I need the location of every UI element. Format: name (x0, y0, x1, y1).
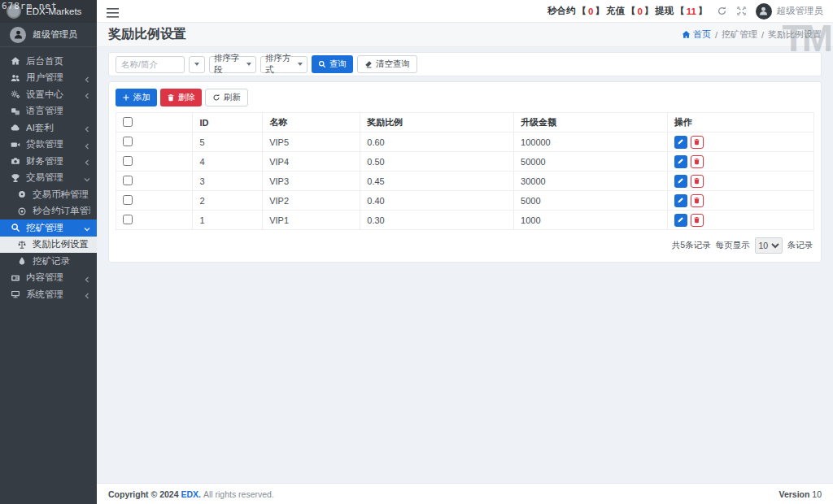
cell-amount: 30000 (514, 172, 668, 191)
search-icon (318, 60, 326, 68)
row-checkbox[interactable] (123, 215, 133, 224)
sidebar-subitem[interactable]: 交易币种管理 (0, 186, 97, 203)
delete-row-button[interactable] (691, 155, 704, 168)
video-icon (11, 140, 20, 150)
row-checkbox[interactable] (123, 137, 133, 146)
sidebar-item[interactable]: 挖矿管理 (0, 219, 97, 237)
sidebar-subitem[interactable]: 秒合约订单管理 (0, 203, 97, 220)
footer: Copyright © 2024 EDX. All rights reserve… (97, 483, 833, 504)
clear-search-button[interactable]: 清空查询 (357, 55, 417, 73)
cell-ratio: 0.45 (360, 172, 514, 191)
sidebar-item-label: 内容管理 (26, 272, 63, 284)
sidebar-item[interactable]: 系统管理 (0, 286, 97, 303)
edit-row-button[interactable] (674, 175, 687, 188)
sort-order-select[interactable]: 排序方式 (260, 56, 307, 73)
delete-row-button[interactable] (691, 175, 704, 188)
row-checkbox[interactable] (123, 156, 133, 166)
caret-down-icon (246, 63, 251, 66)
chevron-left-icon (84, 275, 90, 281)
topbar-avatar-icon (756, 3, 772, 20)
gears-icon (11, 89, 20, 99)
row-checkbox[interactable] (123, 195, 133, 205)
footer-brand-link[interactable]: EDX. (181, 489, 201, 499)
edit-row-button[interactable] (674, 194, 687, 207)
cell-name: VIP2 (263, 191, 360, 211)
sidebar-item[interactable]: 后台首页 (0, 53, 97, 70)
table-row: 2VIP20.405000 (116, 191, 814, 211)
delete-row-button[interactable] (691, 194, 704, 207)
desktop-icon (11, 289, 20, 299)
data-table: ID 名称 奖励比例 升级金额 操作 5VIP50.601000004VIP40… (116, 112, 814, 230)
edit-row-button[interactable] (674, 155, 687, 168)
table-toolbar: 添加 删除 刷新 (116, 89, 814, 106)
menu-toggle-icon[interactable] (107, 7, 119, 16)
sidebar-item[interactable]: 交易管理 (0, 170, 97, 187)
sidebar-item-label: 挖矿管理 (26, 222, 63, 234)
sidebar-item[interactable]: AI套利 (0, 119, 97, 137)
chevron-left-icon (84, 75, 90, 81)
chevron-down-icon (84, 224, 90, 231)
column-header-amount: 升级金额 (514, 113, 668, 133)
sidebar-item[interactable]: 设置中心 (0, 86, 97, 103)
refresh-table-button[interactable]: 刷新 (205, 89, 248, 106)
camera-icon (11, 156, 20, 166)
delete-button[interactable]: 删除 (160, 89, 202, 106)
sidebar-item[interactable]: 用户管理 (0, 70, 97, 87)
delete-row-button[interactable] (691, 136, 704, 149)
cell-id: 4 (193, 152, 263, 172)
cell-id: 1 (193, 211, 263, 230)
sort-field-select[interactable]: 排序字段 (209, 56, 256, 73)
column-header-id: ID (193, 113, 263, 133)
content: 排序字段 排序方式 查询 清空查询 (97, 47, 833, 483)
search-button[interactable]: 查询 (312, 55, 353, 73)
search-field-select[interactable] (189, 56, 205, 73)
sidebar-item[interactable]: 内容管理 (0, 270, 97, 287)
newspaper-icon (11, 273, 20, 283)
search-icon (11, 223, 20, 232)
breadcrumb-separator: / (715, 30, 717, 40)
sidebar-item[interactable]: 贷款管理 (0, 137, 97, 154)
cell-ratio: 0.40 (360, 191, 514, 211)
select-all-checkbox[interactable] (123, 117, 133, 127)
trash-icon (167, 93, 175, 102)
record-icon (17, 189, 27, 199)
breadcrumb-home-link[interactable]: 首页 (682, 28, 711, 41)
add-button[interactable]: 添加 (116, 89, 157, 106)
stat-value: 11 (687, 7, 696, 16)
sidebar-subitem[interactable]: 挖矿记录 (0, 253, 97, 270)
cell-ratio: 0.60 (360, 133, 514, 152)
cell-name: VIP3 (263, 172, 360, 191)
row-checkbox[interactable] (123, 176, 133, 185)
sidebar-subitem-label: 奖励比例设置 (33, 238, 89, 250)
topbar: 秒合约【0】 充值【0】 提现【11】 超级管理员 (97, 0, 833, 23)
cloud-icon (11, 123, 20, 133)
sidebar-item-label: 语言管理 (26, 105, 63, 117)
fullscreen-icon[interactable] (736, 6, 747, 16)
eraser-icon (364, 60, 373, 68)
caret-down-icon (194, 63, 199, 66)
edit-row-button[interactable] (674, 136, 687, 149)
sidebar-user-name: 超级管理员 (33, 28, 77, 41)
sidebar-subitem[interactable]: 奖励比例设置 (0, 237, 97, 254)
sidebar-item[interactable]: 语言管理 (0, 103, 97, 120)
refresh-icon[interactable] (717, 6, 727, 16)
chevron-left-icon (84, 91, 90, 98)
cell-amount: 5000 (514, 191, 668, 211)
delete-row-button[interactable] (691, 214, 704, 227)
sidebar-item[interactable]: 财务管理 (0, 153, 97, 170)
sidebar-nav: 后台首页用户管理设置中心语言管理AI套利贷款管理财务管理交易管理交易币种管理秒合… (0, 47, 97, 303)
header-stats: 秒合约【0】 充值【0】 提现【11】 (547, 5, 707, 17)
page-size-select[interactable]: 10 (755, 237, 783, 254)
refresh-icon (212, 93, 220, 102)
home-icon (11, 56, 20, 66)
stat-value: 0 (588, 7, 593, 16)
sidebar-item-label: 设置中心 (26, 89, 63, 101)
sidebar-subitem-label: 挖矿记录 (33, 255, 70, 267)
chevron-down-icon (84, 175, 90, 181)
sidebar-item-label: 用户管理 (26, 72, 63, 84)
language-icon (11, 106, 20, 116)
sidebar-user-panel[interactable]: 超级管理员 (0, 23, 97, 47)
edit-row-button[interactable] (674, 214, 687, 227)
table-row: 5VIP50.60100000 (116, 133, 814, 152)
search-input[interactable] (116, 56, 185, 73)
